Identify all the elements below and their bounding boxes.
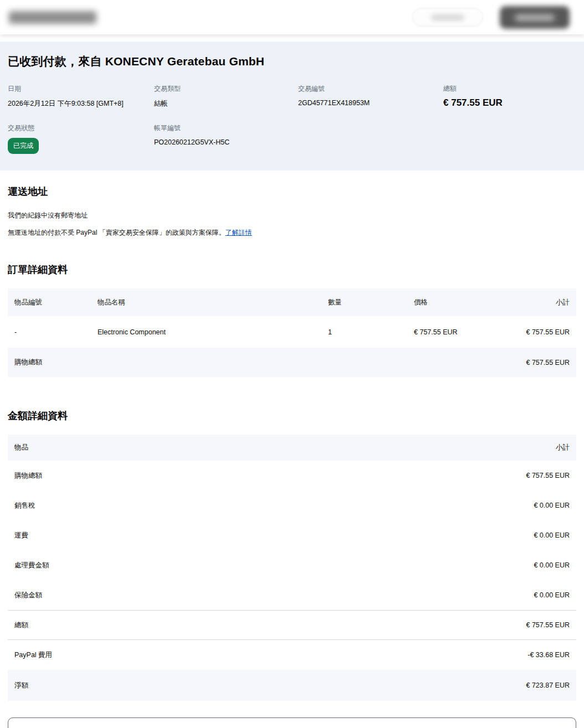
cell-subtotal: € 757.55 EUR <box>507 328 576 336</box>
date-value: 2026年2月12日 下午9:03:58 [GMT+8] <box>8 99 154 109</box>
seller-protection-sentence: 無運送地址的付款不受 PayPal 「賣家交易安全保障」的政策與方案保障。 <box>8 229 226 236</box>
amount-col-subtotal: 小計 <box>556 443 576 452</box>
field-transaction-id: 交易編號 2GD45771EX418953M <box>298 84 443 109</box>
amount-row-value: € 0.00 EUR <box>534 591 576 599</box>
amount-row-purchase-total: 購物總額 € 757.55 EUR <box>8 461 576 491</box>
date-label: 日期 <box>8 84 154 94</box>
transaction-id-label: 交易編號 <box>298 84 443 94</box>
amount-details-section: 金額詳細資料 <box>0 409 584 422</box>
page-title: 已收到付款，來自 KONECNY Geratebau GmbH <box>8 54 576 69</box>
summary-fields-row-1: 日期 2026年2月12日 下午9:03:58 [GMT+8] 交易類型 結帳 … <box>8 84 576 109</box>
order-details-section: 訂單詳細資料 <box>0 263 584 276</box>
top-header <box>0 0 584 34</box>
cell-quantity: 1 <box>321 328 407 336</box>
refund-info-notice: 退款資料 － 請接受或拒絕此付款。如果你現在接受付款，但稍後需要退款，則在最初付… <box>8 717 576 728</box>
summary-fields-row-2: 交易狀態 已完成 帳單編號 PO20260212G5VX-H5C <box>8 123 576 154</box>
amount-table-header-row: 物品 小計 <box>8 435 576 461</box>
transaction-status-label: 交易狀態 <box>8 123 154 133</box>
cell-item-number: - <box>8 328 91 336</box>
amount-col-item: 物品 <box>8 443 28 452</box>
order-table-footer-row: 購物總額 € 757.55 EUR <box>8 348 576 377</box>
amount-row-label: 保險金額 <box>8 591 42 600</box>
table-row: - Electronic Component 1 € 757.55 EUR € … <box>8 316 576 348</box>
shipping-address-heading: 運送地址 <box>8 185 576 198</box>
net-amount-label: 淨額 <box>8 681 28 690</box>
field-total-amount: 總額 € 757.55 EUR <box>443 84 576 109</box>
amount-row-paypal-fee: PayPal 費用 -€ 33.68 EUR <box>8 640 576 670</box>
blurred-header-dark-button[interactable] <box>500 6 570 29</box>
invoice-id-label: 帳單編號 <box>154 123 576 133</box>
amount-row-value: € 757.55 EUR <box>526 472 576 479</box>
status-badge: 已完成 <box>8 138 39 154</box>
transaction-type-value: 結帳 <box>154 99 298 109</box>
learn-more-link[interactable]: 了解詳情 <box>226 229 252 236</box>
amount-total-value: € 757.55 EUR <box>526 621 576 629</box>
amount-row-label: 銷售稅 <box>8 501 35 510</box>
blurred-page-title <box>9 11 96 24</box>
field-transaction-type: 交易類型 結帳 <box>154 84 298 109</box>
field-date: 日期 2026年2月12日 下午9:03:58 [GMT+8] <box>8 84 154 109</box>
order-table-header-row: 物品編號 物品名稱 數量 價格 小計 <box>8 288 576 316</box>
amount-details-table: 物品 小計 購物總額 € 757.55 EUR 銷售稅 € 0.00 EUR 運… <box>8 435 576 701</box>
col-item-name: 物品名稱 <box>91 298 321 307</box>
amount-row-total: 總額 € 757.55 EUR <box>8 610 576 640</box>
amount-row-handling-fee: 處理費金額 € 0.00 EUR <box>8 550 576 580</box>
cell-price: € 757.55 EUR <box>407 328 507 336</box>
transaction-type-label: 交易類型 <box>154 84 298 94</box>
paypal-fee-label: PayPal 費用 <box>8 650 52 660</box>
col-price: 價格 <box>407 298 507 307</box>
col-subtotal: 小計 <box>507 298 576 307</box>
purchase-total-label: 購物總額 <box>8 358 42 367</box>
transaction-summary-panel: 已收到付款，來自 KONECNY Geratebau GmbH 日期 2026年… <box>0 42 584 171</box>
order-details-heading: 訂單詳細資料 <box>8 263 576 276</box>
no-address-text: 我們的紀錄中沒有郵寄地址 <box>8 211 576 220</box>
cell-item-name: Electronic Component <box>91 328 321 336</box>
field-transaction-status: 交易狀態 已完成 <box>8 123 154 154</box>
amount-row-sales-tax: 銷售稅 € 0.00 EUR <box>8 491 576 520</box>
net-amount-value: € 723.87 EUR <box>526 681 576 689</box>
amount-row-label: 處理費金額 <box>8 561 49 570</box>
total-amount-label: 總額 <box>443 84 576 94</box>
col-quantity: 數量 <box>321 298 407 307</box>
amount-row-net: 淨額 € 723.87 EUR <box>8 670 576 701</box>
amount-row-insurance: 保險金額 € 0.00 EUR <box>8 580 576 610</box>
invoice-id-value: PO20260212G5VX-H5C <box>154 138 576 146</box>
amount-row-shipping-fee: 運費 € 0.00 EUR <box>8 520 576 550</box>
seller-protection-text: 無運送地址的付款不受 PayPal 「賣家交易安全保障」的政策與方案保障。了解詳… <box>8 228 576 237</box>
transaction-id-value: 2GD45771EX418953M <box>298 99 443 107</box>
paypal-fee-value: -€ 33.68 EUR <box>527 651 576 659</box>
blurred-pill-label <box>432 14 464 20</box>
order-details-table: 物品編號 物品名稱 數量 價格 小計 - Electronic Componen… <box>8 288 576 377</box>
col-item-number: 物品編號 <box>8 298 91 307</box>
amount-row-label: 運費 <box>8 531 28 540</box>
amount-row-value: € 0.00 EUR <box>534 531 576 539</box>
purchase-total-value: € 757.55 EUR <box>526 359 576 366</box>
amount-total-label: 總額 <box>8 621 28 630</box>
amount-row-value: € 0.00 EUR <box>534 561 576 569</box>
blurred-header-pill-button[interactable] <box>412 8 483 27</box>
total-amount-value: € 757.55 EUR <box>443 97 576 109</box>
field-invoice-id: 帳單編號 PO20260212G5VX-H5C <box>154 123 576 154</box>
blurred-dark-button-label <box>515 14 554 21</box>
amount-row-label: 購物總額 <box>8 471 42 481</box>
amount-row-value: € 0.00 EUR <box>534 502 576 509</box>
amount-details-heading: 金額詳細資料 <box>8 409 576 422</box>
shipping-address-section: 運送地址 我們的紀錄中沒有郵寄地址 無運送地址的付款不受 PayPal 「賣家交… <box>0 185 584 237</box>
